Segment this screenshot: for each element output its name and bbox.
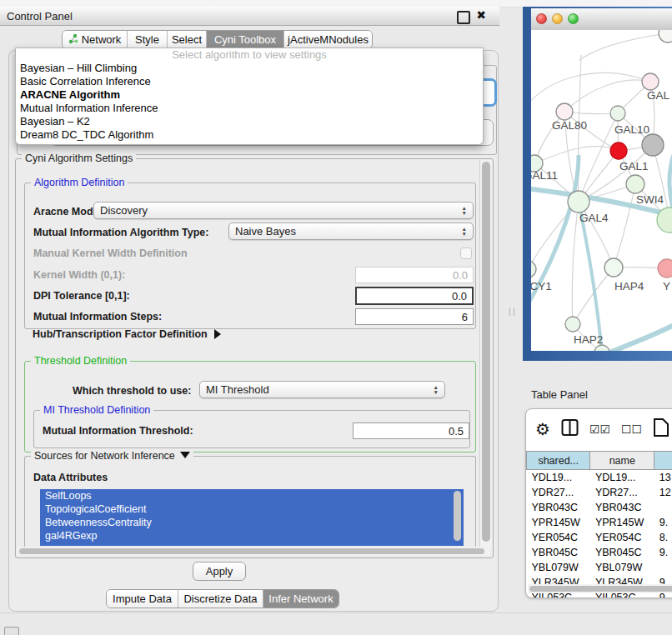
algorithm-option[interactable]: Bayesian – K2 bbox=[16, 115, 483, 128]
page-icon[interactable] bbox=[653, 418, 669, 441]
dpi-tolerance-field[interactable]: 0.0 bbox=[355, 287, 474, 305]
network-node[interactable] bbox=[658, 259, 672, 278]
network-node[interactable] bbox=[642, 134, 664, 156]
table-cell[interactable] bbox=[654, 560, 672, 575]
manual-kernel-checkbox[interactable] bbox=[460, 248, 472, 259]
tab-network[interactable]: Network bbox=[63, 31, 128, 48]
tab-cyni-toolbox[interactable]: Cyni Toolbox bbox=[207, 31, 284, 48]
network-node[interactable] bbox=[604, 258, 623, 277]
table-cell[interactable]: 12 bbox=[654, 485, 672, 500]
mi-threshold-field[interactable]: 0.5 bbox=[353, 422, 469, 439]
data-attribute-item[interactable]: BetweennessCentrality bbox=[40, 516, 464, 529]
table-row[interactable]: YDR27...YDR27...12 bbox=[527, 485, 672, 500]
scroll-thumb[interactable] bbox=[529, 586, 672, 592]
table-row[interactable]: YBL079WYBL079W bbox=[527, 560, 672, 575]
table-cell[interactable]: 13 bbox=[654, 470, 672, 486]
table-cell[interactable]: YPR145W bbox=[527, 515, 590, 530]
algorithm-option[interactable]: ARACNE Algorithm bbox=[16, 88, 483, 102]
table-row[interactable]: YDL19...YDL19...13 bbox=[527, 470, 672, 486]
zoom-light[interactable] bbox=[568, 13, 579, 24]
sources-group-title[interactable]: Sources for Network Inference bbox=[31, 450, 193, 462]
table-cell[interactable]: YBR045C bbox=[590, 545, 654, 560]
network-edge[interactable] bbox=[564, 80, 650, 112]
aracne-mode-combo[interactable]: Discovery ▲▼ bbox=[93, 202, 474, 219]
float-icon[interactable] bbox=[457, 11, 470, 24]
tab-infer-network[interactable]: Infer Network bbox=[263, 590, 339, 608]
tab-impute-data[interactable]: Impute Data bbox=[107, 590, 178, 608]
table-cell[interactable]: YBR043C bbox=[590, 500, 654, 515]
panel-splitter[interactable] bbox=[509, 308, 514, 316]
algorithm-option[interactable]: Dream8 DC_TDC Algorithm bbox=[16, 128, 483, 142]
apply-button[interactable]: Apply bbox=[193, 562, 246, 581]
kernel-width-field[interactable]: 0.0 bbox=[355, 267, 474, 283]
node-table-grid[interactable]: shared...nameYDL19...YDL19...13YDR27...Y… bbox=[526, 451, 672, 598]
table-cell[interactable] bbox=[654, 500, 672, 515]
network-edge[interactable] bbox=[579, 33, 668, 60]
table-row[interactable]: YBR045CYBR045C9. bbox=[527, 545, 672, 560]
data-attribute-item[interactable]: gal4RGexp bbox=[40, 529, 464, 542]
network-node[interactable] bbox=[565, 317, 580, 332]
network-node[interactable] bbox=[568, 191, 589, 212]
settings-horizontal-scrollbar[interactable] bbox=[18, 547, 490, 556]
table-cell[interactable]: YBL079W bbox=[590, 560, 654, 575]
attr-list-scrollbar[interactable] bbox=[454, 491, 461, 541]
table-cell[interactable]: 9. bbox=[654, 545, 672, 560]
minimize-light[interactable] bbox=[552, 13, 563, 24]
tab-style[interactable]: Style bbox=[128, 31, 168, 48]
settings-vertical-scrollbar[interactable] bbox=[479, 160, 492, 547]
table-row[interactable]: YPR145WYPR145W9. bbox=[527, 515, 672, 530]
column-header[interactable]: shared... bbox=[527, 452, 590, 470]
column-header[interactable] bbox=[654, 452, 672, 470]
table-cell[interactable]: YER054C bbox=[527, 530, 590, 545]
network-node[interactable] bbox=[610, 142, 627, 159]
algorithm-option[interactable]: Mutual Information Inference bbox=[16, 102, 483, 115]
table-cell[interactable]: 9. bbox=[654, 515, 672, 530]
table-cell[interactable]: YER054C bbox=[590, 530, 654, 545]
mi-type-combo[interactable]: Naive Bayes ▲▼ bbox=[228, 222, 474, 240]
algorithm-option[interactable]: Bayesian – Hill Climbing bbox=[16, 62, 483, 75]
node-table[interactable]: shared...nameYDL19...YDL19...13YDR27...Y… bbox=[526, 451, 672, 598]
scroll-thumb[interactable] bbox=[19, 548, 484, 554]
tab-discretize-data[interactable]: Discretize Data bbox=[178, 590, 263, 608]
network-edge[interactable] bbox=[572, 202, 579, 324]
unchecked-pair-icon[interactable]: ☐☐ bbox=[621, 422, 642, 436]
network-edge-highlighted[interactable] bbox=[599, 323, 672, 351]
algorithm-option[interactable]: Basic Correlation Inference bbox=[16, 75, 483, 88]
network-canvas[interactable]: GALGAL80GAL10GAL1GAL11SWI4GAL4GCY1HAP4YH… bbox=[531, 30, 672, 351]
network-node[interactable] bbox=[610, 106, 625, 121]
table-cell[interactable]: YDL19... bbox=[527, 470, 590, 486]
network-edge[interactable] bbox=[531, 202, 579, 269]
split-columns-icon[interactable] bbox=[561, 418, 579, 440]
network-edge[interactable] bbox=[614, 184, 635, 268]
network-node[interactable] bbox=[556, 103, 573, 120]
network-graph[interactable]: GALGAL80GAL10GAL1GAL11SWI4GAL4GCY1HAP4YH… bbox=[531, 30, 672, 351]
network-node[interactable] bbox=[642, 73, 659, 90]
table-horizontal-scrollbar[interactable] bbox=[528, 584, 672, 593]
hub-definition-toggle[interactable]: Hub/Transcription Factor Definition bbox=[33, 328, 221, 340]
table-cell[interactable]: YBL079W bbox=[527, 560, 590, 575]
which-threshold-combo[interactable]: MI Threshold ▲▼ bbox=[199, 381, 445, 398]
network-node[interactable] bbox=[626, 175, 644, 193]
checked-pair-icon[interactable]: ☑☑ bbox=[589, 422, 610, 436]
network-node[interactable] bbox=[531, 261, 536, 278]
table-cell[interactable]: YBR043C bbox=[527, 500, 590, 515]
table-cell[interactable]: YDR27... bbox=[527, 485, 590, 500]
table-cell[interactable]: 8. bbox=[654, 530, 672, 545]
table-cell[interactable]: YDL19... bbox=[590, 470, 654, 486]
data-attribute-item[interactable]: SelfLoops bbox=[40, 489, 464, 502]
mi-steps-field[interactable]: 6 bbox=[355, 308, 474, 325]
data-attributes-list[interactable]: SelfLoopsTopologicalCoefficientBetweenne… bbox=[40, 489, 464, 546]
close-light[interactable] bbox=[536, 13, 547, 24]
table-cell[interactable]: YDR27... bbox=[590, 485, 654, 500]
tab-jactivemnodules[interactable]: jActiveMNodules bbox=[284, 31, 372, 48]
tab-select[interactable]: Select bbox=[168, 31, 207, 48]
minimized-panel-icon[interactable] bbox=[4, 627, 19, 635]
table-row[interactable]: YBR043CYBR043C bbox=[527, 500, 672, 515]
network-window-titlebar[interactable] bbox=[531, 8, 672, 31]
gear-icon[interactable]: ⚙ bbox=[535, 419, 550, 439]
network-node[interactable] bbox=[594, 345, 609, 351]
table-row[interactable]: YER054CYER054C8. bbox=[527, 530, 672, 545]
close-icon[interactable]: ✖ bbox=[474, 8, 488, 22]
table-cell[interactable]: YBR045C bbox=[527, 545, 590, 560]
table-cell[interactable]: YPR145W bbox=[590, 515, 654, 530]
